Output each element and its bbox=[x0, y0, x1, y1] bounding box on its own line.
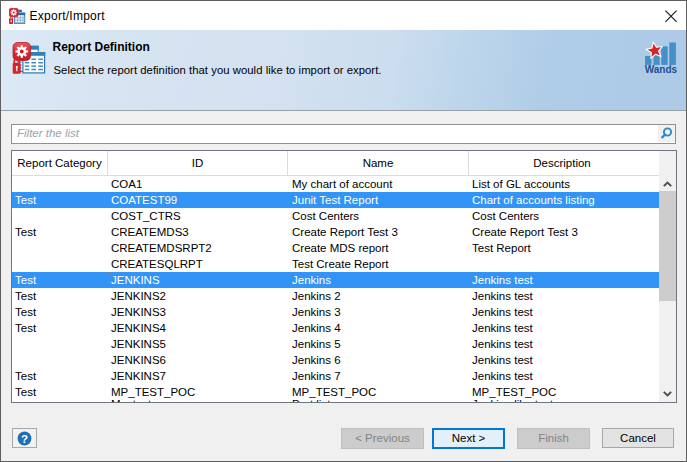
svg-text:?: ? bbox=[21, 433, 28, 445]
svg-text:Wands: Wands bbox=[645, 64, 678, 74]
